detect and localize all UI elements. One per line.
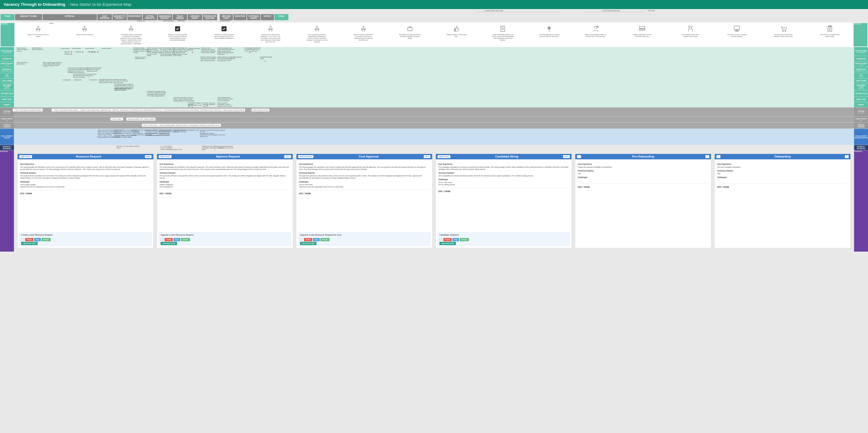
- lane-body-bud: Confirmation of Buddy for New Start.Welc…: [14, 102, 854, 107]
- ux-heading: User Experience: [20, 163, 151, 165]
- chip-architecture: ARCHITECTURE: [161, 242, 177, 245]
- chl-text: API for legacy system.Alignment across t…: [20, 184, 151, 188]
- svg-point-40: [642, 28, 643, 29]
- roadmap-header: High PriorityResource RequestMVP: [18, 154, 153, 159]
- lane-note: Notify new hire to distribution lists. S…: [201, 48, 216, 54]
- roadmap-card-pre-onboarding: ?Pre-Onboarding?User ExperiencePrepare t…: [575, 154, 711, 248]
- stage-label-left: STAGE: [1, 14, 14, 20]
- epic-checkbox[interactable]: [161, 238, 163, 241]
- lane-label-ch-r: CHALLENGES / OPPORTUNITIES: [854, 129, 868, 145]
- timeline: 3 weeks before Start Date 1 week before …: [14, 10, 854, 13]
- chip-architecture: ARCHITECTURE: [300, 242, 316, 245]
- lane-note: Decision needed: [102, 48, 111, 49]
- chl-heading: Challenges: [438, 178, 569, 181]
- chip-design: Design: [320, 238, 330, 241]
- chip-portal: Portal: [164, 238, 173, 241]
- epic-heading: EPIC / THEME: [20, 192, 151, 195]
- ux-heading: User Experience: [438, 163, 569, 165]
- scenes-label-right: SCENES: [854, 23, 867, 47]
- increment-badge: ?: [706, 155, 709, 158]
- svg-point-47: [738, 30, 739, 31]
- lane-label-cio-r: CIOLevel A: [854, 73, 868, 78]
- svg-point-8: [130, 26, 132, 28]
- chl-text: Tableau integration.Role management.: [159, 184, 290, 188]
- lane-note: Amend request: [72, 48, 81, 49]
- scene-17: The New Hire completes New Starter surve…: [807, 23, 853, 47]
- lane-note: Amend request: [85, 48, 94, 49]
- ux-text: The Candidates will apply for a vacancy …: [438, 166, 569, 171]
- lane-body-leg: Store in LegacyLegacy functionality as t…: [14, 117, 854, 122]
- mini-cand: Candidate Started: [220, 20, 230, 22]
- chl-text: -: [578, 179, 709, 181]
- lane-label-hos: Head of SystemLevel B: [0, 61, 14, 67]
- priority-badge: High Priority: [159, 155, 172, 158]
- lane-note: Create internal account. Order NAAA acco…: [217, 97, 234, 101]
- lane-label-ord-r: Ordering Systems: [854, 123, 868, 129]
- ts-heading: Technical Solution: [20, 172, 151, 174]
- svg-point-45: [735, 30, 736, 31]
- scene-14: The Candidate starts and is greeted by t…: [667, 23, 714, 47]
- lane-label-hm-r: Hiring Manager(Line Manager): [854, 47, 868, 56]
- svg-rect-26: [407, 28, 412, 31]
- epic-checkbox[interactable]: [300, 238, 303, 241]
- ts-text: TBD: [578, 173, 709, 175]
- lane-label-sys: SYSTEMNew 'Portal': [0, 107, 14, 116]
- chip-design: Design: [41, 238, 51, 241]
- lane-label-rm-r: RM ADMIN TEAMDan Potts: [854, 83, 868, 90]
- epic-heading: EPIC / THEME: [578, 186, 709, 188]
- svg-rect-19: [315, 29, 319, 29]
- epic-card: Approve a new Resource Request for CostP…: [298, 232, 431, 246]
- lane-label-leg-r: Legacy System 2: [854, 117, 868, 122]
- roadmap-title: Onboarding: [720, 155, 845, 158]
- lane-label-ch: CHALLENGES / ISSUES: [0, 129, 14, 145]
- svg-point-14: [270, 26, 271, 28]
- lane-label-bud-r: BUDDY: [854, 102, 868, 107]
- lane-label-ca: COST ADMIN: [0, 79, 14, 83]
- epic-title: Approve a new Resource Request: [161, 234, 289, 236]
- chip-portal: Portal: [304, 238, 312, 241]
- lane-note: Cost Approval: [63, 79, 71, 81]
- scene-text: The New Hire completes New Starter surve…: [819, 34, 841, 37]
- scene-text: Create onboarding request to set up the …: [492, 34, 514, 41]
- page-title: Vacancy Through to Onboarding: [4, 2, 65, 7]
- ux-heading: User Experience: [299, 163, 430, 165]
- mini-apply: Apply for Job: [137, 20, 145, 22]
- epic-card: Create a new Resource RequestPortalEngDe…: [19, 232, 152, 246]
- stage-prepare-for-new-hire: PREPARE FOR NEW HIRE: [203, 14, 217, 20]
- scene-text: Vetting complete. Confirm start date.: [445, 34, 467, 37]
- page-header: Vacancy Through to Onboarding - New Star…: [0, 0, 868, 9]
- lane-body-ord: Email IT, Comms, Access, Phone, BT, Webe…: [14, 123, 854, 129]
- scene-text: Decisions on Level A requests can be rec…: [213, 34, 235, 39]
- lane-label-hob: HoBusinessAdministrator for CIO: [0, 67, 14, 73]
- stage-software-order: SOFTWARE ORDER: [247, 14, 260, 20]
- lane-label-rm: RM ADMIN TEAMDan Potts: [0, 83, 14, 90]
- scene-text: Submit Resource Request: [76, 34, 93, 36]
- epic-checkbox[interactable]: [21, 238, 24, 241]
- system-card: Send request to HoS/System Manager: [19, 109, 43, 112]
- roadmap-card-approve-request: High PriorityApprove RequestInc 2User Ex…: [157, 154, 293, 248]
- epic-heading: EPIC / THEME: [159, 192, 290, 195]
- scene-0: Need to hire to fill a job role on a pro…: [15, 23, 61, 47]
- chl-text: API for Jobs Portal.Alignment across the…: [299, 184, 430, 188]
- epic-checkbox[interactable]: [439, 238, 442, 241]
- roadmap-header: High PriorityApprove RequestInc 2: [157, 154, 293, 159]
- roadmap-title: Resource Request: [32, 155, 145, 158]
- svg-rect-44: [734, 26, 740, 30]
- system-card: Notify new starter of induction training: [221, 109, 245, 112]
- ts-heading: Technical Solution: [159, 172, 290, 174]
- scene-text: Buddy is automatically notified for the …: [585, 34, 607, 37]
- lane-body-hob: Adds into the CIO's agenda items for the…: [14, 67, 854, 73]
- svg-point-0: [37, 26, 39, 28]
- ts-heading: Technical Solution: [438, 172, 569, 174]
- increment-badge: Inc 2: [424, 155, 430, 158]
- scene-text: The Cost approval process is streamlined…: [306, 34, 328, 43]
- lane-note: Submit Resource request via the Hub.: [32, 48, 45, 51]
- increment-badge: Inc 2: [284, 155, 291, 158]
- ts-text: The Approvers will have a role specific …: [159, 175, 290, 179]
- svg-point-34: [595, 26, 597, 28]
- mini-track: Track Orders: [178, 20, 185, 22]
- ts-heading: Technical Solution: [299, 172, 430, 174]
- stage-request-to-hire: REQUEST TO HIRE: [15, 14, 42, 20]
- chip-eng: Eng: [34, 238, 41, 241]
- system-card: Legacy functionality as today: [126, 118, 145, 121]
